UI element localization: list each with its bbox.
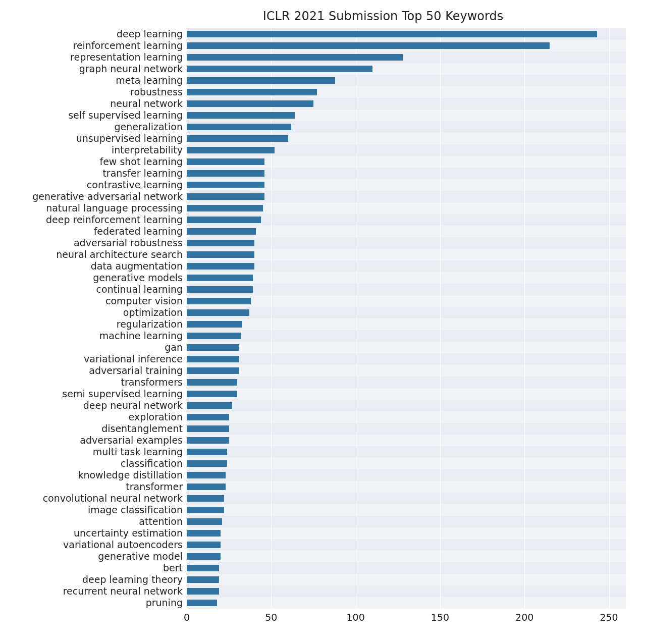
- y-tick-label: continual learning: [1, 285, 183, 294]
- bar: [187, 367, 239, 374]
- y-tick-label: attention: [1, 517, 183, 526]
- bar: [187, 263, 254, 270]
- y-tick-label: self supervised learning: [1, 111, 183, 120]
- bar: [187, 542, 221, 549]
- bar: [187, 518, 222, 525]
- x-tick-label: 100: [346, 612, 364, 623]
- bar: [187, 147, 275, 154]
- y-tick-label: adversarial robustness: [1, 238, 183, 248]
- plot-area: [187, 28, 626, 609]
- row-stripe: [187, 527, 626, 539]
- bar: [187, 379, 237, 386]
- y-tick-label: multi task learning: [1, 447, 183, 457]
- x-tick-label: 200: [515, 612, 533, 623]
- bar: [187, 193, 264, 200]
- bar: [187, 449, 227, 456]
- bar: [187, 495, 224, 502]
- bar: [187, 66, 372, 73]
- bar: [187, 402, 232, 409]
- row-stripe: [187, 272, 626, 284]
- bar: [187, 158, 264, 166]
- bar: [187, 333, 241, 340]
- bar: [187, 182, 264, 189]
- bar: [187, 89, 317, 96]
- y-tick-label: knowledge distillation: [1, 470, 183, 480]
- bar: [187, 460, 227, 467]
- row-stripe: [187, 551, 626, 562]
- bar: [187, 356, 239, 363]
- y-tick-label: natural language processing: [1, 203, 183, 213]
- y-tick-label: graph neural network: [1, 64, 183, 74]
- y-tick-label: deep learning: [1, 29, 183, 39]
- bar: [187, 205, 263, 212]
- y-tick-label: computer vision: [1, 296, 183, 306]
- y-tick-label: image classification: [1, 505, 183, 515]
- y-tick-label: interpretability: [1, 145, 183, 155]
- y-tick-label: transfer learning: [1, 169, 183, 178]
- x-tick-label: 150: [431, 612, 449, 623]
- bar: [187, 391, 237, 398]
- y-tick-label: regularization: [1, 319, 183, 329]
- row-stripe: [187, 504, 626, 516]
- bar: [187, 54, 403, 61]
- y-tick-label: convolutional neural network: [1, 494, 183, 503]
- y-tick-label: adversarial training: [1, 366, 183, 375]
- row-stripe: [187, 388, 626, 400]
- chart-title: ICLR 2021 Submission Top 50 Keywords: [0, 9, 645, 23]
- row-stripe: [187, 318, 626, 330]
- bar: [187, 124, 291, 131]
- y-tick-label: bert: [1, 563, 183, 573]
- y-tick-label: gan: [1, 343, 183, 352]
- bar: [187, 553, 221, 560]
- y-tick-label: deep learning theory: [1, 575, 183, 584]
- y-tick-label: transformers: [1, 378, 183, 387]
- row-stripe: [187, 365, 626, 377]
- y-tick-label: neural architecture search: [1, 250, 183, 259]
- y-tick-label: deep reinforcement learning: [1, 215, 183, 225]
- figure: ICLR 2021 Submission Top 50 Keywords dee…: [0, 0, 645, 644]
- bar: [187, 484, 226, 491]
- y-tick-label: uncertainty estimation: [1, 528, 183, 538]
- y-tick-label: variational inference: [1, 354, 183, 364]
- y-tick-label: meta learning: [1, 76, 183, 85]
- y-tick-label: exploration: [1, 412, 183, 422]
- bar: [187, 42, 550, 49]
- row-stripe: [187, 435, 626, 446]
- y-tick-label: adversarial examples: [1, 436, 183, 445]
- bar: [187, 135, 288, 142]
- bar: [187, 228, 256, 235]
- bar: [187, 565, 219, 572]
- row-stripe: [187, 574, 626, 585]
- bar: [187, 298, 251, 305]
- x-tick-label: 250: [600, 612, 618, 623]
- bar: [187, 217, 261, 224]
- y-tick-label: few shot learning: [1, 157, 183, 167]
- bar: [187, 240, 254, 247]
- bar: [187, 437, 229, 444]
- bar: [187, 309, 249, 316]
- bar: [187, 100, 313, 108]
- y-tick-label: variational autoencoders: [1, 540, 183, 550]
- bar: [187, 414, 229, 421]
- y-tick-label: reinforcement learning: [1, 41, 183, 50]
- bar: [187, 77, 335, 84]
- y-tick-label: unsupervised learning: [1, 134, 183, 143]
- y-tick-label: deep neural network: [1, 401, 183, 410]
- bar: [187, 275, 253, 282]
- row-stripe: [187, 342, 626, 353]
- row-stripe: [187, 481, 626, 493]
- bar: [187, 112, 295, 119]
- y-tick-label: generative models: [1, 273, 183, 283]
- y-tick-label: classification: [1, 459, 183, 468]
- bar: [187, 170, 264, 177]
- y-tick-label: generative adversarial network: [1, 192, 183, 201]
- y-tick-label: recurrent neural network: [1, 586, 183, 596]
- y-tick-label: generalization: [1, 122, 183, 132]
- bar: [187, 286, 253, 293]
- x-tick-label: 50: [265, 612, 277, 623]
- bar: [187, 588, 219, 595]
- y-tick-label: semi supervised learning: [1, 389, 183, 399]
- y-tick-label: federated learning: [1, 227, 183, 236]
- bar: [187, 251, 254, 258]
- bar: [187, 507, 224, 514]
